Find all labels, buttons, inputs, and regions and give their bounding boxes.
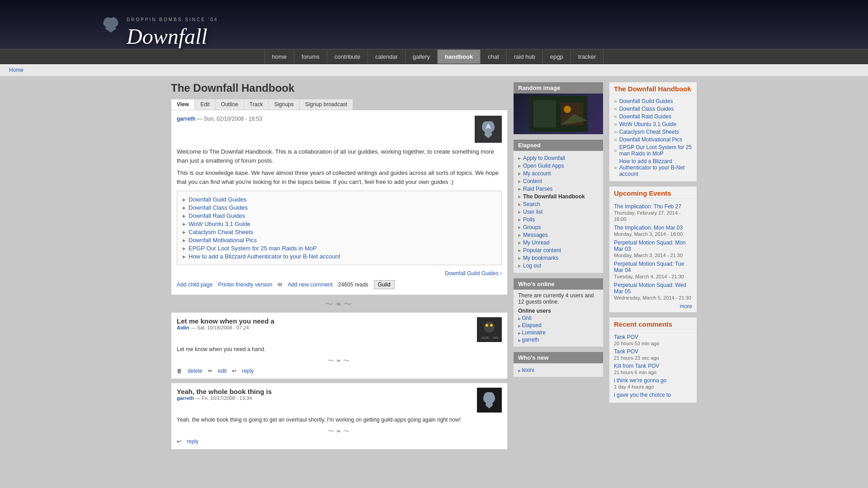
- rc-2: Kill from Tank POV 21 hours 6 min ago: [614, 363, 692, 375]
- elapsed-link-13: My bookmarks: [518, 255, 599, 261]
- handbook-links-block: The Downfall Handbook Downfall Guild Gui…: [609, 82, 697, 182]
- middle-sidebar: Random image Elapsed Apply to Downfall O…: [513, 82, 604, 453]
- breadcrumb-home[interactable]: Home: [9, 67, 24, 73]
- article-body: Welcome to The Downfall Handbook. This i…: [177, 147, 502, 186]
- rc-0-link[interactable]: Tank POV: [614, 334, 692, 340]
- comment-2-title: Yeah, the whole book thing is: [177, 388, 272, 395]
- guild-button[interactable]: Guild: [374, 280, 395, 289]
- elapsed-link-6: Search: [518, 201, 599, 207]
- svg-point-2: [486, 324, 488, 327]
- comment-2-author[interactable]: garreth: [177, 395, 194, 401]
- random-image-title: Random image: [514, 82, 603, 94]
- event-4: Perpetual Motion Squad: Wed Mar 05 Wedne…: [614, 282, 692, 301]
- comment-1-edit[interactable]: edit: [218, 368, 226, 374]
- nav-chat[interactable]: chat: [481, 50, 507, 64]
- link-authenticator[interactable]: How to add a Blizzard Authenticator to y…: [189, 253, 340, 260]
- link-cataclysm[interactable]: Cataclysm Cheat Sheets: [189, 229, 253, 235]
- rc-3: i think we're gonna go 1 day 4 hours ago: [614, 377, 692, 390]
- comment-1-author[interactable]: Aidin: [177, 325, 189, 330]
- hr-link-2: Downfall Raid Guides: [614, 113, 692, 120]
- elapsed-link-0: Apply to Downfall: [518, 155, 599, 161]
- hr-link-1: Downfall Class Guides: [614, 106, 692, 112]
- rc-3-link[interactable]: i think we're gonna go: [614, 377, 692, 384]
- elapsed-link-11: My Unread: [518, 239, 599, 246]
- nav-contribute[interactable]: contribute: [327, 50, 368, 64]
- add-comment-link[interactable]: Add new comment: [288, 282, 332, 288]
- logo-subtitle: DROPPIN BOMBS SINCE '04: [127, 17, 218, 22]
- recent-comments-title: Recent comments: [609, 318, 697, 329]
- whos-new-block: Who's new lexini: [513, 352, 604, 377]
- rc-0-time: 20 hours 53 min ago: [614, 341, 659, 346]
- event-4-name[interactable]: Perpetual Motion Squad: Wed Mar 05: [614, 282, 692, 295]
- comment-1-delete[interactable]: delete: [188, 368, 203, 374]
- nav-gallery[interactable]: gallery: [406, 50, 438, 64]
- elapsed-link-14: Log out: [518, 263, 599, 269]
- hr-link-3: WoW Ubuntu 3.1 Guide: [614, 121, 692, 127]
- nav-calendar[interactable]: calendar: [368, 50, 406, 64]
- event-0-name[interactable]: The Implication: Thu Feb 27: [614, 203, 692, 210]
- tab-view[interactable]: View: [171, 99, 195, 110]
- nav-raidhub[interactable]: raid hub: [507, 50, 543, 64]
- link-raid-guides[interactable]: Downfall Raid Guides: [189, 212, 245, 219]
- guild-guides-nav-link[interactable]: Downfall Guild Guides ›: [445, 270, 502, 277]
- online-user-1[interactable]: Elapsed: [518, 322, 599, 328]
- nav-epgp[interactable]: epgp: [543, 50, 571, 64]
- link-wow-ubuntu[interactable]: WoW Ubuntu 3.1 Guide: [189, 221, 250, 227]
- article-author-link[interactable]: garreth: [177, 116, 195, 122]
- comment-2-meta: garreth — Fri, 10/17/2008 - 13:34: [177, 395, 272, 401]
- rc-2-link[interactable]: Kill from Tank POV: [614, 363, 692, 369]
- link-item: Downfall Raid Guides: [183, 212, 496, 219]
- comment-2-body: Yeah, the whole book thing is going to g…: [177, 416, 502, 424]
- nav-handbook[interactable]: handbook: [438, 50, 481, 64]
- link-guild-guides[interactable]: Downfall Guild Guides: [189, 196, 247, 203]
- event-2-name[interactable]: Perpetual Motion Squad: Mon Mar 03: [614, 239, 692, 252]
- comment-2: Yeah, the whole book thing is garreth — …: [171, 383, 508, 450]
- comment-2-header: Yeah, the whole book thing is garreth — …: [177, 388, 502, 413]
- upcoming-events-title: Upcoming Events: [609, 187, 697, 198]
- event-0-date: Thursday, February 27, 2014 - 18:00: [614, 210, 681, 222]
- recent-comments-block: Recent comments Tank POV 20 hours 53 min…: [609, 317, 697, 403]
- event-2: Perpetual Motion Squad: Mon Mar 03 Monda…: [614, 239, 692, 258]
- event-3-name[interactable]: Perpetual Motion Squad: Tue Mar 04: [614, 261, 692, 273]
- link-epgp[interactable]: EPGP Our Loot System for 25 man Raids in…: [189, 245, 317, 252]
- tab-signups[interactable]: Signups: [269, 99, 299, 110]
- rc-4-link[interactable]: i gave you the choice to: [614, 392, 692, 398]
- elapsed-link-5: The Downfall Handbook: [518, 193, 599, 200]
- logo-wrapper: DROPPIN BOMBS SINCE '04 Downfall: [127, 17, 218, 49]
- online-user-3[interactable]: garreth: [518, 337, 599, 343]
- event-1-name[interactable]: The Implication: Mon Mar 03: [614, 225, 692, 231]
- rc-1-link[interactable]: Tank POV: [614, 348, 692, 355]
- comment-2-reply[interactable]: reply: [187, 438, 198, 445]
- more-events-link[interactable]: more: [680, 303, 692, 310]
- add-comment-icon: ✉: [278, 282, 282, 288]
- add-child-link[interactable]: Add child page: [177, 282, 212, 288]
- printer-friendly-link[interactable]: Printer-friendly version: [218, 282, 272, 288]
- event-2-date: Monday, March 3, 2014 - 21:30: [614, 253, 683, 258]
- new-user-0[interactable]: lexini: [518, 367, 599, 373]
- tab-outline[interactable]: Outline: [216, 99, 244, 110]
- nav-forums[interactable]: forums: [294, 50, 327, 64]
- whos-new-content: lexini: [514, 363, 603, 377]
- whos-online-block: Who's online There are currently 4 users…: [513, 278, 604, 347]
- link-class-guides[interactable]: Downfall Class Guides: [189, 204, 248, 211]
- online-user-2[interactable]: Luminaire: [518, 329, 599, 336]
- nav-tracker[interactable]: tracker: [571, 50, 604, 64]
- right-sidebar: The Downfall Handbook Downfall Guild Gui…: [609, 82, 697, 453]
- comment-1-reply[interactable]: reply: [242, 368, 254, 374]
- upcoming-events-content: The Implication: Thu Feb 27 Thursday, Fe…: [609, 198, 697, 312]
- hr-link-6: EPGP Our Loot System for 25 man Raids in…: [614, 144, 692, 157]
- tab-signup-broadcast[interactable]: Signup broadcast: [300, 99, 353, 110]
- event-3-date: Tuesday, March 4, 2014 - 21:30: [614, 274, 684, 279]
- nav-home[interactable]: home: [264, 50, 295, 64]
- random-image-block: Random image: [513, 82, 604, 135]
- rc-1: Tank POV 21 hours 23 sec ago: [614, 348, 692, 361]
- link-motivational[interactable]: Downfall Motivational Pics: [189, 237, 257, 244]
- elapsed-content: Apply to Downfall Open Guild Apps My acc…: [514, 151, 603, 273]
- elapsed-link-4: Raid Parses: [518, 186, 599, 192]
- tab-track[interactable]: Track: [244, 99, 269, 110]
- handbook-links-content: Downfall Guild Guides Downfall Class Gui…: [609, 94, 697, 181]
- rc-1-time: 21 hours 23 sec ago: [614, 355, 659, 361]
- online-user-0[interactable]: Ghli: [518, 315, 599, 321]
- hr-link-7: How to add a Blizzard Authenticator to y…: [614, 158, 692, 177]
- tab-edit[interactable]: Edit: [195, 99, 216, 110]
